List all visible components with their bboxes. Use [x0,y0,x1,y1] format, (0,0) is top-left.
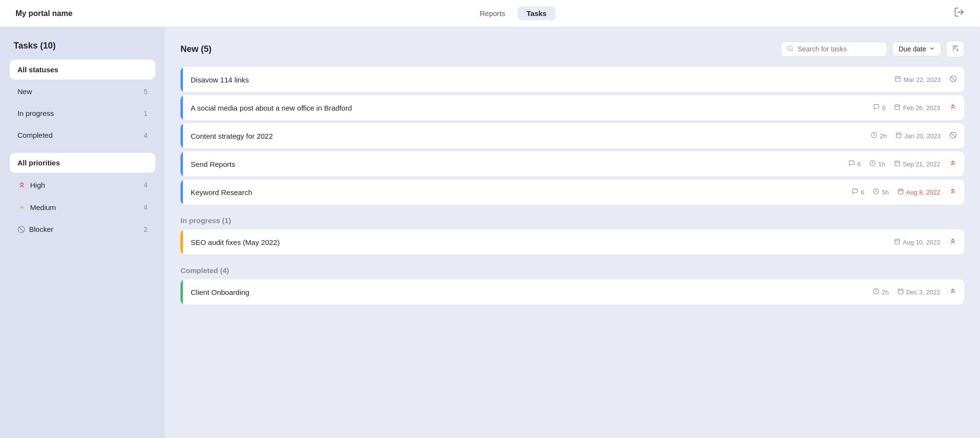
priority-filters: All priorities High 4 [10,153,155,239]
task-meta: 2h Dec 3, 2022 [873,287,957,297]
task-date: Sep 21, 2022 [894,160,940,168]
top-nav: My portal name Reports Tasks [0,0,980,27]
task-body: Send Reports 6 1h [183,152,964,176]
high-count: 4 [144,181,147,189]
nav-tasks[interactable]: Tasks [518,6,555,20]
task-row[interactable]: SEO audit fixes (May 2022) Aug 10, 2022 [180,229,964,255]
task-date: Feb 26, 2023 [894,104,940,112]
clock-icon [873,288,879,296]
high-priority-flag [949,159,957,169]
task-row[interactable]: Disavow 114 links Mar 22, 2023 [180,67,964,92]
content-header: New (5) Due date [180,41,964,57]
task-name: SEO audit fixes (May 2022) [191,238,279,246]
task-row[interactable]: Send Reports 6 1h [180,151,964,177]
in-progress-label: In progress [17,109,54,117]
clock-icon [871,132,877,140]
calendar-icon [894,104,900,112]
search-input[interactable] [798,45,881,53]
high-priority-flag [949,103,957,113]
svg-line-4 [792,49,793,51]
app-title: My portal name [16,9,72,18]
task-comments: 6 [849,160,861,168]
task-row[interactable]: A social media post about a new office i… [180,95,964,120]
sort-order-button[interactable] [946,41,964,57]
chevron-down-icon [929,45,935,53]
sidebar-item-all-priorities[interactable]: All priorities [10,153,155,173]
nav-links: Reports Tasks [471,6,555,20]
task-name: Send Reports [191,160,235,168]
comment-icon [852,188,858,196]
sidebar-item-all-statuses[interactable]: All statuses [10,60,155,80]
task-meta: Aug 10, 2022 [894,237,957,247]
clock-icon [869,160,876,168]
blocker-priority-icon [17,226,25,233]
all-priorities-label: All priorities [17,159,60,167]
task-date-overdue: Aug 8, 2022 [898,188,940,196]
medium-count: 4 [144,203,147,211]
nav-right [954,7,964,20]
task-name: A social media post about a new office i… [191,104,352,112]
search-icon [787,45,794,53]
task-time: 5h [873,188,888,196]
calendar-icon [894,238,900,246]
task-date: Jan 20, 2023 [896,132,941,140]
content-area: New (5) Due date [165,27,980,438]
new-section-title: New (5) [180,44,212,54]
task-meta: 6 5h Aug 8, 2022 [852,187,957,197]
calendar-icon [895,76,901,83]
new-count: 5 [144,88,147,96]
svg-line-24 [951,133,955,137]
group-in-progress: In progress (1) SEO audit fixes (May 202… [180,216,964,255]
task-name: Content strategy for 2022 [191,132,273,140]
calendar-icon [898,188,904,196]
clock-icon [873,188,879,196]
task-row[interactable]: Keyword Research 6 5h [180,179,964,205]
blocker-icon [949,75,957,84]
calendar-icon [896,132,902,140]
logout-icon[interactable] [954,7,964,20]
svg-rect-35 [895,239,899,244]
blocker-label: Blocker [29,225,53,233]
group-new: Disavow 114 links Mar 22, 2023 [180,67,964,205]
task-row[interactable]: Content strategy for 2022 2h [180,123,964,148]
task-body: Keyword Research 6 5h [183,180,964,204]
task-name: Client Onboarding [191,288,249,296]
sidebar-title: Tasks (10) [10,41,155,51]
in-progress-section-title: In progress (1) [180,216,964,225]
task-date: Aug 10, 2022 [894,238,940,246]
status-filters: All statuses New 5 In progress 1 Complet… [10,60,155,145]
in-progress-count: 1 [144,110,147,117]
svg-line-13 [951,77,955,81]
nav-reports[interactable]: Reports [471,6,514,20]
task-meta: 2h Jan 20, 2023 [871,131,957,140]
task-meta: 6 Feb 26, 2023 [873,103,957,113]
completed-section-title: Completed (4) [180,266,964,275]
task-meta: 6 1h Sep 21, 2022 [849,159,957,169]
task-name: Keyword Research [191,188,252,196]
task-body: Client Onboarding 2h Dec 3, [183,280,964,304]
sidebar-item-high[interactable]: High 4 [10,175,155,195]
svg-rect-31 [898,189,903,194]
comment-icon [849,160,855,168]
task-body: SEO audit fixes (May 2022) Aug 10, 2022 [183,230,964,254]
high-priority-flag [949,187,957,197]
sidebar-item-new[interactable]: New 5 [10,81,155,101]
task-name: Disavow 114 links [191,76,249,84]
main-layout: Tasks (10) All statuses New 5 In progres… [0,27,980,438]
high-priority-flag [949,287,957,297]
sidebar-item-blocker[interactable]: Blocker 2 [10,219,155,239]
task-meta: Mar 22, 2023 [895,75,957,84]
sidebar-item-completed[interactable]: Completed 4 [10,125,155,145]
task-comments: 6 [873,104,885,112]
task-row[interactable]: Client Onboarding 2h Dec 3, [180,279,964,305]
comment-icon [873,104,880,112]
high-priority-flag [949,237,957,247]
sort-dropdown[interactable]: Due date [892,42,941,56]
new-label: New [17,87,32,96]
svg-rect-19 [896,133,901,138]
high-priority-icon [17,180,26,189]
task-date: Dec 3, 2022 [898,288,940,296]
sidebar-item-medium[interactable]: Medium 4 [10,197,155,217]
sidebar-item-in-progress[interactable]: In progress 1 [10,103,155,123]
calendar-icon [898,288,904,296]
